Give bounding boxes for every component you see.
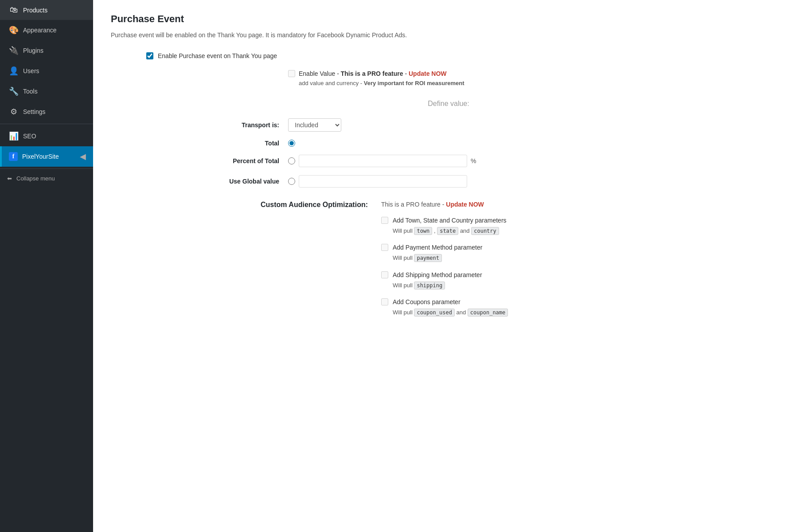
- coupon-used-code: coupon_used: [414, 309, 454, 317]
- pro-sub-text: add value and currency - Very important …: [299, 80, 786, 86]
- audience-item-town: Add Town, State and Country parameters W…: [381, 217, 786, 236]
- payment-code: payment: [414, 254, 442, 262]
- enable-purchase-checkbox[interactable]: [146, 52, 153, 59]
- audience-pro-line: This is a PRO feature - Update NOW: [381, 201, 786, 208]
- sidebar-item-appearance[interactable]: 🎨 Appearance: [0, 20, 93, 40]
- sidebar-item-pixelyoursite[interactable]: f PixelYourSite ◀: [0, 146, 93, 167]
- payment-checkbox[interactable]: [381, 244, 388, 251]
- page-description: Purchase event will be enabled on the Th…: [111, 30, 786, 40]
- pro-line: Enable Value - This is a PRO feature - U…: [288, 70, 786, 77]
- coupons-checkbox[interactable]: [381, 298, 388, 305]
- sidebar-item-label: Products: [23, 7, 47, 14]
- sidebar-item-settings[interactable]: ⚙ Settings: [0, 102, 93, 122]
- audience-title: Custom Audience Optimization:: [261, 201, 368, 208]
- sidebar-item-label: SEO: [23, 133, 36, 140]
- sidebar-item-label: Tools: [23, 88, 38, 95]
- payment-label: Add Payment Method parameter: [393, 244, 482, 251]
- audience-label-area: Custom Audience Optimization:: [199, 201, 368, 325]
- percent-label: Percent of Total: [199, 157, 288, 164]
- products-icon: 🛍: [9, 5, 19, 15]
- plugins-icon: 🔌: [9, 46, 19, 55]
- collapse-icon: ⬅: [7, 175, 12, 182]
- coupon-name-code: coupon_name: [468, 309, 508, 317]
- global-label: Use Global value: [199, 178, 288, 185]
- divider: [0, 124, 93, 124]
- enable-purchase-row: Enable Purchase event on Thank You page: [111, 52, 786, 59]
- sidebar-item-label: Users: [23, 67, 39, 74]
- audience-item-coupons: Add Coupons parameter Will pull coupon_u…: [381, 298, 786, 317]
- seo-icon: 📊: [9, 131, 19, 141]
- percent-control: %: [288, 155, 786, 167]
- global-radio[interactable]: [288, 178, 295, 185]
- sidebar-item-tools[interactable]: 🔧 Tools: [0, 81, 93, 102]
- percent-symbol: %: [471, 157, 476, 164]
- sidebar: 🛍 Products 🎨 Appearance 🔌 Plugins 👤 User…: [0, 0, 93, 532]
- pixel-icon: f: [9, 152, 18, 161]
- active-indicator: ◀: [80, 152, 86, 161]
- main-content: Purchase Event Purchase event will be en…: [93, 0, 804, 532]
- percent-row: Percent of Total %: [111, 155, 786, 167]
- town-sub: Will pull town , state and country: [393, 226, 786, 236]
- state-code: state: [437, 227, 458, 235]
- town-checkbox[interactable]: [381, 217, 388, 224]
- divider2: [0, 168, 93, 169]
- update-now-link[interactable]: Update NOW: [409, 70, 447, 77]
- total-control: [288, 140, 786, 147]
- transport-label: Transport is:: [199, 121, 288, 129]
- enable-value-row: Enable Value - This is a PRO feature - U…: [288, 70, 786, 86]
- shipping-code: shipping: [414, 282, 445, 289]
- coupons-sub: Will pull coupon_used and coupon_name: [393, 308, 786, 317]
- transport-control: Included: [288, 118, 786, 132]
- sidebar-item-label: Settings: [23, 108, 46, 115]
- total-row: Total: [111, 140, 786, 147]
- sidebar-item-users[interactable]: 👤 Users: [0, 61, 93, 81]
- sidebar-item-plugins[interactable]: 🔌 Plugins: [0, 40, 93, 61]
- country-code: country: [471, 227, 499, 235]
- sidebar-item-label: Plugins: [23, 47, 43, 54]
- total-label: Total: [199, 140, 288, 147]
- total-radio[interactable]: [288, 140, 295, 147]
- global-control: [288, 175, 786, 188]
- define-value-header: Define value:: [111, 100, 786, 108]
- transport-row: Transport is: Included: [111, 118, 786, 132]
- global-input[interactable]: [299, 175, 467, 188]
- enable-value-label: Enable Value - This is a PRO feature - U…: [299, 70, 447, 77]
- collapse-menu[interactable]: ⬅ Collapse menu: [0, 171, 93, 186]
- tools-icon: 🔧: [9, 86, 19, 96]
- sidebar-item-seo[interactable]: 📊 SEO: [0, 126, 93, 146]
- town-label: Add Town, State and Country parameters: [393, 217, 507, 224]
- audience-section: Custom Audience Optimization: This is a …: [111, 201, 786, 325]
- collapse-label: Collapse menu: [16, 175, 55, 182]
- transport-select[interactable]: Included: [288, 118, 341, 132]
- audience-update-link[interactable]: Update NOW: [446, 201, 484, 208]
- shipping-sub: Will pull shipping: [393, 281, 786, 290]
- users-icon: 👤: [9, 66, 19, 76]
- sidebar-item-products[interactable]: 🛍 Products: [0, 0, 93, 20]
- audience-item-payment: Add Payment Method parameter Will pull p…: [381, 244, 786, 263]
- sidebar-item-label: Appearance: [23, 27, 57, 34]
- global-row: Use Global value: [111, 175, 786, 188]
- enable-purchase-label[interactable]: Enable Purchase event on Thank You page: [158, 52, 277, 59]
- audience-content: This is a PRO feature - Update NOW Add T…: [381, 201, 786, 325]
- page-title: Purchase Event: [111, 13, 786, 25]
- audience-item-shipping: Add Shipping Method parameter Will pull …: [381, 271, 786, 290]
- town-code: town: [414, 227, 432, 235]
- appearance-icon: 🎨: [9, 25, 19, 35]
- coupons-label: Add Coupons parameter: [393, 298, 461, 305]
- enable-value-checkbox[interactable]: [288, 70, 295, 77]
- percent-radio[interactable]: [288, 157, 295, 164]
- shipping-checkbox[interactable]: [381, 271, 388, 278]
- sidebar-item-label: PixelYourSite: [22, 153, 59, 160]
- settings-icon: ⚙: [9, 107, 19, 117]
- percent-input[interactable]: [299, 155, 467, 167]
- shipping-label: Add Shipping Method parameter: [393, 271, 482, 278]
- payment-sub: Will pull payment: [393, 253, 786, 263]
